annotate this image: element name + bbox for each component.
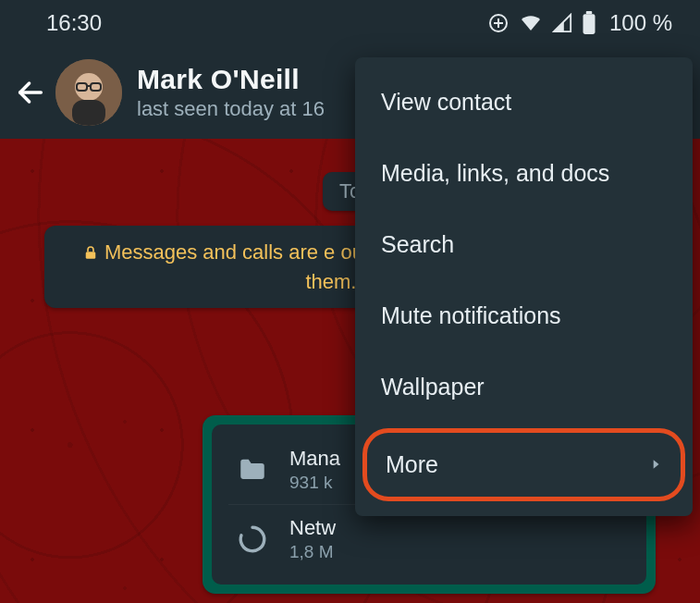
signal-icon (552, 13, 572, 33)
svg-rect-12 (86, 252, 96, 259)
contact-name: Mark O'Neill (137, 64, 325, 95)
contact-name-block[interactable]: Mark O'Neill last seen today at 16 (137, 64, 325, 121)
status-icons: 100 % (487, 10, 672, 36)
menu-wallpaper[interactable]: Wallpaper (355, 351, 693, 423)
file-name: Netw (289, 516, 336, 540)
battery-icon (582, 11, 596, 35)
menu-search[interactable]: Search (355, 209, 693, 280)
folder-icon (232, 449, 273, 490)
menu-mute[interactable]: Mute notifications (355, 280, 693, 351)
menu-media-links[interactable]: Media, links, and docs (355, 138, 693, 209)
overflow-menu: View contact Media, links, and docs Sear… (355, 57, 693, 516)
menu-more[interactable]: More (362, 428, 685, 501)
file-size: 931 k (289, 473, 340, 493)
file-name: Mana (289, 447, 340, 471)
download-progress-icon (232, 519, 273, 560)
data-saver-icon (487, 12, 510, 34)
status-bar: 16:30 100 % (0, 0, 700, 46)
svg-rect-4 (586, 11, 593, 14)
chevron-right-icon (649, 451, 662, 478)
file-size: 1,8 M (289, 542, 336, 562)
svg-rect-8 (72, 100, 105, 126)
lock-icon (82, 240, 99, 268)
svg-rect-3 (583, 14, 595, 34)
menu-view-contact[interactable]: View contact (355, 67, 693, 138)
clock: 16:30 (46, 10, 102, 36)
last-seen-text: last seen today at 16 (137, 97, 325, 121)
back-button[interactable] (15, 77, 46, 108)
contact-avatar[interactable] (55, 59, 122, 126)
battery-percent: 100 % (609, 10, 672, 36)
wifi-icon (519, 12, 543, 34)
